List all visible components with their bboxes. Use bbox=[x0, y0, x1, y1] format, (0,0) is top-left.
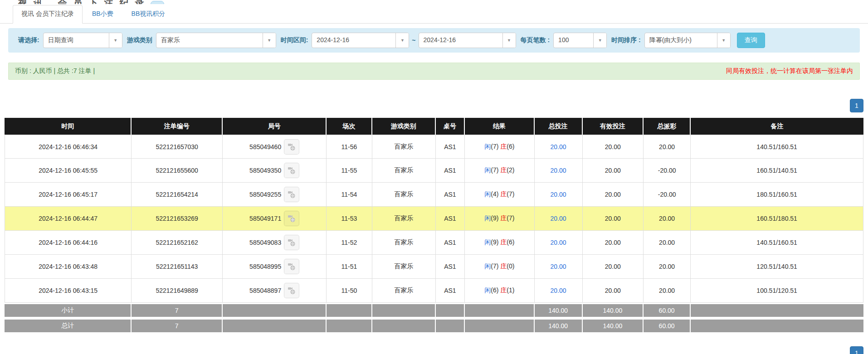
clipped-badge bbox=[151, 1, 164, 4]
round-id-value: 585049255 bbox=[249, 191, 281, 198]
table-row: 2024-12-16 06:44:47 522121653269 5850491… bbox=[5, 207, 863, 231]
query-type-value: 日期查询 bbox=[44, 33, 109, 48]
cell-remark: 160.51/140.51 bbox=[691, 159, 863, 183]
records-table-wrap: 时间 注单编号 局号 场次 游戏类别 桌号 结果 总投注 有效投注 总派彩 备注… bbox=[0, 118, 868, 334]
cell-payout: 20.00 bbox=[644, 231, 691, 255]
video-file-icon bbox=[287, 166, 296, 175]
video-file-icon bbox=[287, 190, 296, 199]
banker-result: 庄 bbox=[500, 238, 507, 246]
cell-table-no: AS1 bbox=[436, 135, 465, 159]
cell-remark: 180.51/160.51 bbox=[691, 183, 863, 207]
date-to-value: 2024-12-16 bbox=[419, 33, 502, 48]
cell-time: 2024-12-16 06:44:16 bbox=[5, 231, 132, 255]
table-row: 2024-12-16 06:44:16 522121652162 5850490… bbox=[5, 231, 863, 255]
player-result: 闲 bbox=[484, 166, 491, 174]
cell-result: 闲(7) 庄(0) bbox=[465, 255, 534, 279]
cell-total-bet: 20.00 bbox=[535, 159, 583, 183]
chevron-down-icon[interactable]: ▼ bbox=[395, 33, 409, 48]
game-type-select[interactable]: 百家乐 ▼ bbox=[156, 33, 276, 48]
total-bet-link[interactable]: 20.00 bbox=[551, 167, 566, 174]
cell-payout: 20.00 bbox=[644, 207, 691, 231]
clipped-page-title: 视讯 会员下注纪录 bbox=[0, 0, 868, 4]
select-type-label: 请选择: bbox=[18, 36, 39, 44]
video-replay-button[interactable] bbox=[284, 187, 299, 202]
tab-video-bet-records[interactable]: 视讯 会员下注纪录 bbox=[13, 5, 83, 24]
chevron-down-icon[interactable]: ▼ bbox=[502, 33, 516, 48]
cell-session: 11-51 bbox=[327, 255, 372, 279]
cell-payout: -20.00 bbox=[644, 183, 691, 207]
cell-remark: 100.51/120.51 bbox=[691, 279, 863, 303]
cell-valid-bet: 20.00 bbox=[583, 279, 644, 303]
cell-game-type: 百家乐 bbox=[372, 183, 436, 207]
tab-bb-video-points[interactable]: BB视讯积分 bbox=[123, 5, 174, 23]
cell-round-id: 585048897 bbox=[223, 279, 327, 303]
video-file-icon bbox=[287, 262, 296, 271]
summary-count: 7 bbox=[132, 303, 223, 318]
cell-round-id: 585049460 bbox=[223, 135, 327, 159]
cell-game-type: 百家乐 bbox=[372, 207, 436, 231]
cell-session: 11-55 bbox=[327, 159, 372, 183]
tab-bb-tips[interactable]: BB小费 bbox=[83, 5, 122, 23]
cell-payout: 20.00 bbox=[644, 135, 691, 159]
round-id-value: 585049083 bbox=[249, 239, 281, 246]
page-1-button[interactable]: 1 bbox=[850, 99, 863, 112]
video-replay-button[interactable] bbox=[284, 235, 299, 250]
chevron-down-icon[interactable]: ▼ bbox=[593, 33, 606, 48]
page-1-button[interactable]: 1 bbox=[850, 346, 863, 354]
time-sort-select[interactable]: 降幂(由大到小) ▼ bbox=[644, 33, 731, 48]
banker-result: 庄 bbox=[500, 262, 507, 270]
page-size-label: 每页笔数 : bbox=[521, 36, 550, 44]
chevron-down-icon[interactable]: ▼ bbox=[263, 33, 276, 48]
cell-time: 2024-12-16 06:46:34 bbox=[5, 135, 132, 159]
summary-total-bet: 140.00 bbox=[535, 303, 583, 318]
cell-session: 11-53 bbox=[327, 207, 372, 231]
cell-game-type: 百家乐 bbox=[372, 279, 436, 303]
pagination-bottom: 1 bbox=[850, 346, 863, 354]
summary-total-bet: 140.00 bbox=[535, 318, 583, 334]
game-type-label: 游戏类别 bbox=[127, 36, 152, 44]
cell-result: 闲(9) 庄(6) bbox=[465, 231, 534, 255]
date-to-select[interactable]: 2024-12-16 ▼ bbox=[419, 33, 516, 48]
video-file-icon bbox=[287, 286, 296, 295]
summary-valid-bet: 140.00 bbox=[583, 303, 644, 318]
banker-result: 庄 bbox=[500, 166, 507, 174]
player-result: 闲 bbox=[484, 214, 491, 222]
video-replay-button[interactable] bbox=[284, 139, 299, 155]
cell-total-bet: 20.00 bbox=[535, 231, 583, 255]
video-file-icon bbox=[287, 142, 296, 151]
cell-result: 闲(7) 庄(6) bbox=[465, 135, 534, 159]
video-replay-button[interactable] bbox=[284, 259, 299, 274]
cell-payout: -20.00 bbox=[644, 159, 691, 183]
summary-row: 小计 7 140.00 140.00 60.00 bbox=[5, 303, 863, 318]
page-size-select[interactable]: 100 ▼ bbox=[553, 33, 607, 48]
table-row: 2024-12-16 06:43:15 522121649889 5850488… bbox=[5, 279, 863, 303]
date-from-select[interactable]: 2024-12-16 ▼ bbox=[312, 33, 409, 48]
total-bet-link[interactable]: 20.00 bbox=[551, 191, 566, 198]
round-id-value: 585049171 bbox=[249, 215, 281, 222]
search-button[interactable]: 查询 bbox=[737, 33, 765, 48]
total-bet-link[interactable]: 20.00 bbox=[551, 239, 566, 246]
summary-count: 7 bbox=[132, 318, 223, 334]
chevron-down-icon[interactable]: ▼ bbox=[109, 33, 122, 48]
summary-label: 小计 bbox=[5, 303, 132, 318]
summary-payout: 60.00 bbox=[644, 318, 691, 334]
total-bet-link[interactable]: 20.00 bbox=[551, 143, 566, 150]
valid-bet-notice: 同局有效投注，统一计算在该局第一张注单内 bbox=[726, 67, 853, 75]
total-bet-link[interactable]: 20.00 bbox=[551, 287, 566, 294]
cell-table-no: AS1 bbox=[436, 159, 465, 183]
chevron-down-icon[interactable]: ▼ bbox=[717, 33, 730, 48]
round-id-value: 585048897 bbox=[249, 287, 281, 294]
video-replay-button[interactable] bbox=[284, 211, 299, 226]
total-bet-link[interactable]: 20.00 bbox=[551, 263, 566, 270]
cell-result: 闲(9) 庄(7) bbox=[465, 207, 534, 231]
cell-table-no: AS1 bbox=[436, 279, 465, 303]
header-table-no: 桌号 bbox=[436, 118, 465, 135]
cell-round-id: 585049083 bbox=[223, 231, 327, 255]
video-replay-button[interactable] bbox=[284, 283, 299, 298]
cell-time: 2024-12-16 06:45:55 bbox=[5, 159, 132, 183]
cell-round-id: 585049255 bbox=[223, 183, 327, 207]
video-replay-button[interactable] bbox=[284, 163, 299, 178]
header-time: 时间 bbox=[5, 118, 132, 135]
total-bet-link[interactable]: 20.00 bbox=[551, 215, 566, 222]
query-type-select[interactable]: 日期查询 ▼ bbox=[43, 33, 122, 48]
